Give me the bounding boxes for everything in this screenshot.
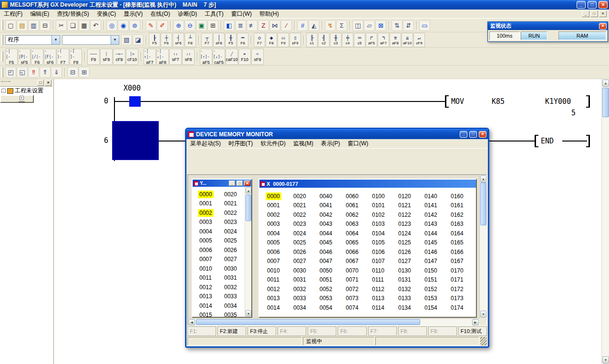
device-cell-0163[interactable]: 0163 bbox=[445, 220, 471, 229]
device-cell-0045[interactable]: 0045 bbox=[314, 238, 340, 248]
menu-online[interactable]: 在线(O) bbox=[146, 9, 174, 19]
device-cell-0143[interactable]: 0143 bbox=[419, 220, 445, 229]
device-cell-0025[interactable]: 0025 bbox=[288, 238, 314, 248]
options-button[interactable]: ▭ bbox=[419, 20, 430, 31]
find-device-button[interactable]: ◉ bbox=[118, 20, 129, 31]
screen-display-button[interactable]: ▣ bbox=[196, 20, 207, 31]
device-cell-0004[interactable]: 0004 bbox=[194, 227, 218, 236]
device-cell-0043[interactable]: 0043 bbox=[314, 220, 340, 229]
device-cell-0141[interactable]: 0141 bbox=[419, 201, 445, 211]
device-cell-0003[interactable]: 0003 bbox=[194, 218, 218, 227]
undo-button[interactable]: ↶ bbox=[90, 20, 101, 31]
dmm-minimize-button[interactable]: _ bbox=[460, 131, 467, 138]
operand-k1y000[interactable]: K1Y000 bbox=[544, 97, 572, 106]
device-cell-0026[interactable]: 0026 bbox=[218, 245, 243, 255]
monitor-status-title-bar[interactable]: 监视状态 ✕ bbox=[488, 22, 608, 30]
scroll-down-icon[interactable]: ▼ bbox=[602, 356, 609, 364]
note-edit-button[interactable]: ◱ bbox=[17, 67, 28, 78]
scrollbar-thumb[interactable] bbox=[196, 319, 420, 325]
dmm-menu-window[interactable]: 窗口(W) bbox=[344, 139, 372, 149]
print-button[interactable]: ⊟ bbox=[40, 20, 51, 31]
device-cell-0052[interactable]: 0052 bbox=[314, 284, 340, 294]
symbol-sf9-button[interactable]: ≈sF9 bbox=[251, 49, 264, 65]
symbol-f6-button[interactable]: ━F6 bbox=[237, 33, 248, 47]
contact-x000-on-indicator[interactable] bbox=[129, 96, 141, 107]
device-cell-0014[interactable]: 0014 bbox=[194, 301, 218, 311]
device-cell-0150[interactable]: 0150 bbox=[419, 266, 445, 275]
device-cell-0070[interactable]: 0070 bbox=[340, 266, 366, 275]
device-cell-0031[interactable]: 0031 bbox=[288, 275, 314, 285]
operand-k85[interactable]: K85 bbox=[491, 97, 506, 106]
symbol-cf9-button[interactable]: ↵cF9 bbox=[413, 33, 425, 47]
symbol-f5-button[interactable]: ┠F5 bbox=[149, 33, 160, 47]
sort-up-button[interactable]: ⇑ bbox=[40, 67, 51, 78]
device-cell-0023[interactable]: 0023 bbox=[288, 220, 314, 229]
program-type-combo[interactable]: 程序 ▼ bbox=[5, 35, 60, 45]
device-cell-0066[interactable]: 0066 bbox=[340, 247, 366, 257]
device-cell-0047[interactable]: 0047 bbox=[314, 257, 340, 266]
ladder-selection-cursor[interactable] bbox=[112, 121, 159, 160]
device-cell-0046[interactable]: 0046 bbox=[314, 247, 340, 257]
device-cell-0023[interactable]: 0023 bbox=[218, 218, 243, 227]
scroll-up-icon[interactable]: ▲ bbox=[480, 175, 486, 182]
device-cell-0033[interactable]: 0033 bbox=[288, 294, 314, 303]
project-data-list-button[interactable]: ◧ bbox=[224, 20, 235, 31]
x-window-title-bar[interactable]: X 0000-0177 bbox=[259, 180, 476, 188]
statement-edit-button[interactable]: ✐ bbox=[157, 20, 168, 31]
device-cell-0030[interactable]: 0030 bbox=[218, 264, 243, 273]
device-cell-0125[interactable]: 0125 bbox=[392, 238, 419, 248]
menu-tools[interactable]: 工具(T) bbox=[201, 9, 227, 19]
dmm-menu-display[interactable]: 表示(P) bbox=[317, 139, 344, 149]
device-cell-0166[interactable]: 0166 bbox=[445, 247, 471, 257]
menu-convert[interactable]: 变换(C) bbox=[93, 9, 120, 19]
symbol-f7-button[interactable]: ┬F7 bbox=[201, 33, 213, 47]
device-cell-0060[interactable]: 0060 bbox=[340, 192, 366, 201]
dmm-menu-device[interactable]: 软元件(D) bbox=[257, 139, 289, 149]
symbol-sf8-button[interactable]: │sF8 bbox=[213, 33, 225, 47]
program-name-combo[interactable]: ▼ bbox=[62, 35, 119, 45]
copy-button[interactable]: ❏ bbox=[67, 20, 78, 31]
zoom-out-button[interactable]: ⊖ bbox=[185, 20, 196, 31]
device-cell-0007[interactable]: 0007 bbox=[194, 255, 218, 264]
device-cell-0172[interactable]: 0172 bbox=[445, 284, 471, 294]
device-cell-0020[interactable]: 0020 bbox=[288, 192, 314, 201]
device-cell-0074[interactable]: 0074 bbox=[340, 303, 366, 313]
symbol-sf9-button[interactable]: ▯sF9 bbox=[289, 33, 301, 47]
device-cell-0035[interactable]: 0035 bbox=[218, 311, 243, 317]
device-cell-0073[interactable]: 0073 bbox=[340, 294, 366, 303]
scroll-down-icon[interactable]: ▼ bbox=[480, 311, 486, 318]
y-window-close-button[interactable]: ✕ bbox=[244, 181, 250, 186]
ladder-comment-button[interactable]: ◰ bbox=[5, 67, 16, 78]
device-cell-0170[interactable]: 0170 bbox=[445, 266, 471, 275]
device-cell-0146[interactable]: 0146 bbox=[419, 247, 445, 257]
device-cell-0131[interactable]: 0131 bbox=[392, 275, 419, 285]
sort-down-button[interactable]: ⇓ bbox=[51, 67, 62, 78]
symbol-f6-button[interactable]: ┼F6 bbox=[161, 33, 172, 47]
device-cell-0015[interactable]: 0015 bbox=[194, 311, 218, 317]
device-cell-0014[interactable]: 0014 bbox=[261, 303, 288, 313]
symbol-af10-button[interactable]: ⇊aF10 bbox=[402, 33, 413, 47]
device-cell-0152[interactable]: 0152 bbox=[419, 284, 445, 294]
device-cell-0067[interactable]: 0067 bbox=[340, 257, 366, 266]
dmm-horizontal-scrollbar[interactable]: ◀ ▶ bbox=[188, 318, 479, 325]
symbol-af5-button[interactable]: ↱aF5 bbox=[366, 33, 377, 47]
function-key-f1[interactable]: F1: bbox=[187, 326, 216, 336]
new-project-button[interactable]: ▢ bbox=[5, 20, 16, 31]
symbol-af8-button[interactable]: ⇈aF8 bbox=[390, 33, 401, 47]
menu-window[interactable]: 窗口(W) bbox=[227, 9, 256, 19]
tile-windows-button[interactable]: ◫ bbox=[352, 20, 363, 31]
device-cell-0002[interactable]: 0002 bbox=[194, 208, 218, 218]
paste-button[interactable]: ▦ bbox=[79, 20, 90, 31]
close-button[interactable]: ✕ bbox=[599, 1, 608, 9]
dmm-title-bar[interactable]: DEVICE MEMORY MONITOR _ □ ✕ bbox=[186, 129, 488, 139]
device-cell-0153[interactable]: 0153 bbox=[419, 294, 445, 303]
device-cell-0050[interactable]: 0050 bbox=[314, 266, 340, 275]
child-minimize-button[interactable]: _ bbox=[582, 10, 589, 17]
drag-handle[interactable] bbox=[1, 81, 10, 85]
dmm-vertical-scrollbar[interactable]: ▲ ▼ bbox=[479, 175, 486, 318]
device-cell-0025[interactable]: 0025 bbox=[218, 236, 243, 246]
tree-item-device-memory[interactable]: +软元件内 bbox=[0, 95, 34, 103]
symbol-c5-button[interactable]: ═c5 bbox=[354, 33, 365, 47]
device-cell-0101[interactable]: 0101 bbox=[366, 201, 392, 211]
comment-display-button[interactable]: ⊞ bbox=[207, 20, 218, 31]
